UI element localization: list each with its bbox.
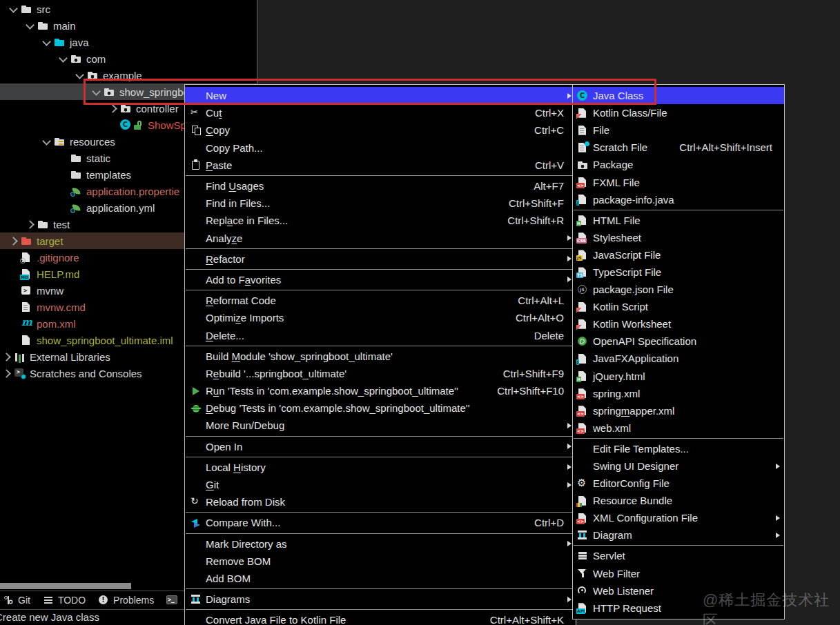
tree-item-example[interactable]: example: [0, 67, 257, 83]
submenu-item-servlet[interactable]: Servlet: [573, 547, 784, 564]
chevron-right-icon[interactable]: [0, 368, 14, 379]
tree-item-src[interactable]: src: [0, 1, 257, 17]
tree-item-main[interactable]: main: [0, 17, 257, 34]
menu-item-build-module-show-springboot-ultimate[interactable]: Build Module 'show_springboot_ultimate': [185, 348, 576, 365]
chevron-down-icon[interactable]: [40, 136, 54, 147]
submenu-item-xml-configuration-file[interactable]: XML Configuration File: [573, 509, 784, 526]
menu-item-label: Copy: [206, 124, 230, 136]
file-java-icon: [577, 194, 589, 205]
menu-item-find-usages[interactable]: Find UsagesAlt+F7: [185, 177, 576, 195]
statusbar-item-git[interactable]: Git: [3, 595, 30, 606]
menu-item-more-run-debug[interactable]: More Run/Debug: [185, 417, 576, 434]
tree-item-label: Scratches and Consoles: [30, 368, 142, 379]
submenu-item-package-json-file[interactable]: package.json File: [573, 281, 784, 298]
chevron-down-icon[interactable]: [40, 37, 54, 48]
menu-item-mark-directory-as[interactable]: Mark Directory as: [185, 535, 576, 553]
submenu-item-edit-file-templates[interactable]: Edit File Templates...: [573, 440, 784, 457]
chevron-spacer: [7, 301, 21, 312]
submenu-item-kotlin-script[interactable]: Kotlin Script: [573, 298, 784, 315]
submenu-item-resource-bundle[interactable]: Resource Bundle: [573, 492, 784, 509]
submenu-item-http-request[interactable]: HTTP Request: [573, 599, 784, 617]
menu-item-paste[interactable]: PasteCtrl+V: [185, 157, 576, 174]
chevron-down-icon[interactable]: [90, 86, 104, 97]
file-console-icon: [21, 285, 32, 296]
submenu-item-web-xml[interactable]: web.xml: [573, 419, 784, 437]
submenu-item-javafxapplication[interactable]: JavaFXApplication: [573, 350, 784, 367]
submenu-item-scratch-file[interactable]: Scratch FileCtrl+Alt+Shift+Insert: [573, 139, 784, 156]
submenu-item-kotlin-worksheet[interactable]: Kotlin Worksheet: [573, 315, 784, 333]
menu-item-add-bom[interactable]: Add BOM: [185, 570, 576, 587]
chevron-spacer: [7, 285, 21, 296]
statusbar-item-problems[interactable]: Problems: [98, 595, 154, 606]
submenu-item-kotlin-class-file[interactable]: Kotlin Class/File: [573, 104, 784, 121]
submenu-item-web-filter[interactable]: Web Filter: [573, 565, 784, 582]
menu-item-label: Kotlin Class/File: [593, 107, 667, 119]
chevron-right-icon[interactable]: [23, 219, 37, 230]
menu-item-optimize-imports[interactable]: Optimize ImportsCtrl+Alt+O: [185, 309, 576, 326]
submenu-item-diagram[interactable]: Diagram: [573, 526, 784, 544]
chevron-right-icon[interactable]: [0, 351, 14, 362]
menu-item-reload-from-disk[interactable]: Reload from Disk: [185, 493, 576, 510]
submenu-item-package[interactable]: Package: [573, 156, 784, 173]
menu-item-copy-path[interactable]: Copy Path...: [185, 139, 576, 157]
chevron-right-icon[interactable]: [106, 103, 120, 114]
submenu-item-springmapper-xml[interactable]: springmapper.xml: [573, 402, 784, 419]
menu-item-icon-slot: [577, 142, 593, 153]
menu-item-replace-in-files[interactable]: Replace in Files...Ctrl+Shift+R: [185, 212, 576, 229]
menu-item-run-tests-in-com-example-show-springboot-ultimate[interactable]: Run 'Tests in 'com.example.show_springbo…: [185, 382, 576, 399]
menu-item-shortcut: Ctrl+Alt+O: [516, 312, 564, 324]
submenu-item-html-file[interactable]: HTML File: [573, 212, 784, 229]
statusbar-item-item[interactable]: [166, 595, 178, 606]
menu-item-icon-slot: [577, 159, 593, 170]
menu-item-label: Optimize Imports: [206, 312, 284, 324]
menu-item-local-history[interactable]: Local History: [185, 459, 576, 476]
menu-item-new[interactable]: New: [185, 87, 576, 104]
menu-item-icon-slot: [577, 232, 593, 243]
tree-horizontal-scrollbar[interactable]: [0, 583, 131, 589]
menu-item-icon-slot: [577, 513, 593, 524]
menu-item-label: Kotlin Script: [593, 301, 648, 312]
menu-item-add-to-favorites[interactable]: Add to Favorites: [185, 271, 576, 288]
menu-item-delete[interactable]: Delete...Delete: [185, 326, 576, 344]
menu-item-shortcut: Ctrl+Shift+R: [507, 215, 564, 226]
tree-item-com[interactable]: com: [0, 50, 257, 67]
submenu-item-package-info-java[interactable]: package-info.java: [573, 191, 784, 208]
chevron-down-icon[interactable]: [23, 20, 37, 31]
menu-item-analyze[interactable]: Analyze: [185, 230, 576, 247]
statusbar-item-todo[interactable]: TODO: [43, 595, 86, 606]
menu-item-copy[interactable]: CopyCtrl+C: [185, 121, 576, 139]
chevron-down-icon[interactable]: [73, 70, 87, 81]
submenu-item-web-listener[interactable]: Web Listener: [573, 582, 784, 599]
chevron-right-icon[interactable]: [7, 235, 21, 246]
menu-item-rebuild-springboot-ultimate[interactable]: Rebuild '...springboot_ultimate'Ctrl+Shi…: [185, 365, 576, 382]
submenu-item-file[interactable]: File: [573, 121, 784, 139]
menu-item-compare-with[interactable]: Compare With...Ctrl+D: [185, 514, 576, 531]
tree-item-label: pom.xml: [37, 318, 76, 330]
submenu-item-java-class[interactable]: Java Class: [573, 87, 784, 104]
chevron-down-icon[interactable]: [7, 3, 21, 14]
menu-item-debug-tests-in-com-example-show-springboot-ultimate[interactable]: Debug 'Tests in 'com.example.show_spring…: [185, 399, 576, 417]
submenu-item-typescript-file[interactable]: TypeScript File: [573, 264, 784, 281]
submenu-item-spring-xml[interactable]: spring.xml: [573, 385, 784, 402]
menu-item-refactor[interactable]: Refactor: [185, 250, 576, 268]
submenu-item-stylesheet[interactable]: Stylesheet: [573, 229, 784, 246]
menu-item-convert-java-file-to-kotlin-file[interactable]: Convert Java File to Kotlin FileCtrl+Alt…: [185, 611, 576, 625]
menu-item-reformat-code[interactable]: Reformat CodeCtrl+Alt+L: [185, 292, 576, 309]
submenu-item-openapi-specification[interactable]: OpenAPI Specification: [573, 333, 784, 350]
tree-item-label: java: [70, 37, 89, 48]
submenu-item-fxml-file[interactable]: FXML File: [573, 173, 784, 190]
submenu-item-jquery-html[interactable]: jQuery.html: [573, 368, 784, 385]
chevron-down-icon[interactable]: [57, 53, 70, 64]
menu-item-open-in[interactable]: Open In: [185, 438, 576, 455]
menu-item-find-in-files[interactable]: Find in Files...Ctrl+Shift+F: [185, 195, 576, 212]
tree-item-java[interactable]: java: [0, 34, 257, 50]
tree-item-label: main: [53, 20, 76, 32]
menu-item-label: EditorConfig File: [593, 477, 670, 489]
menu-item-remove-bom[interactable]: Remove BOM: [185, 553, 576, 570]
submenu-item-swing-ui-designer[interactable]: Swing UI Designer: [573, 457, 784, 475]
menu-item-git[interactable]: Git: [185, 476, 576, 493]
submenu-item-editorconfig-file[interactable]: EditorConfig File: [573, 475, 784, 492]
menu-item-cut[interactable]: CutCtrl+X: [185, 104, 576, 121]
submenu-item-javascript-file[interactable]: JavaScript File: [573, 246, 784, 264]
menu-item-diagrams[interactable]: Diagrams: [185, 591, 576, 608]
